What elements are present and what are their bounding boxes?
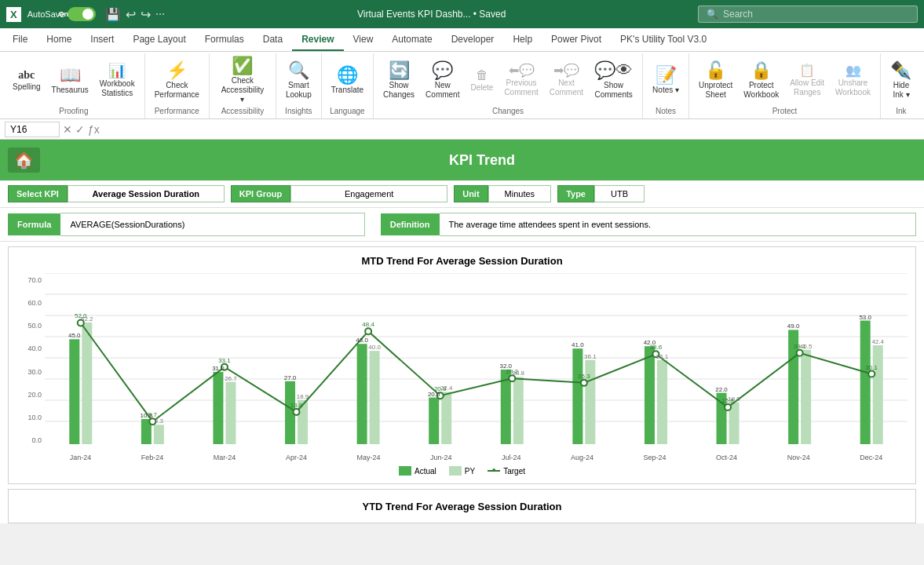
unit-value[interactable]: Minutes <box>488 185 552 202</box>
x-label-jul: Jul-24 <box>502 454 521 461</box>
type-value[interactable]: UTB <box>594 185 645 202</box>
legend-actual-swatch <box>399 466 411 476</box>
unprotect-sheet-button[interactable]: 🔓 UnprotectSheet <box>694 60 737 102</box>
ytd-section: YTD Trend For Average Session Duration <box>8 489 916 523</box>
formula-cancel-icon[interactable]: ✕ <box>63 123 72 136</box>
mtd-chart-section: MTD Trend For Average Session Duration 7… <box>8 246 916 484</box>
autosave-toggle[interactable]: On <box>68 7 96 21</box>
tab-view[interactable]: View <box>344 28 383 51</box>
workbook-statistics-button[interactable]: 📊 WorkbookStatistics <box>95 61 140 100</box>
legend-target-line <box>488 470 500 472</box>
titlebar-right: 🔍 <box>698 5 918 23</box>
tab-pk-utility[interactable]: PK's Utility Tool V3.0 <box>611 28 716 51</box>
ribbon-tabs: File Home Insert Page Layout Formulas Da… <box>0 28 924 52</box>
name-box[interactable] <box>5 122 60 137</box>
svg-point-40 <box>652 351 659 357</box>
ribbon-group-language: 🌐 Translate Language <box>322 53 374 118</box>
y-label-60: 60.0 <box>27 299 42 307</box>
unshare-workbook-button[interactable]: 👥 UnshareWorkbook <box>831 62 875 100</box>
formula-insert-icon[interactable]: ƒx <box>88 123 100 136</box>
protect-group-label: Protect <box>772 107 798 117</box>
unit-label: Unit <box>454 185 488 202</box>
changes-group-label: Changes <box>492 107 524 117</box>
x-label-aug: Aug-24 <box>571 454 593 461</box>
svg-point-36 <box>365 328 371 334</box>
allow-edit-ranges-button[interactable]: 📋 Allow EditRanges <box>785 62 829 100</box>
formula-icons: ✕ ✓ ƒx <box>63 123 100 136</box>
x-label-apr: Apr-24 <box>286 454 307 461</box>
kpi-group-value[interactable]: Engagement <box>290 185 447 202</box>
tab-page-layout[interactable]: Page Layout <box>123 28 195 51</box>
protect-workbook-button[interactable]: 🔒 ProtectWorkbook <box>739 60 783 102</box>
tab-developer[interactable]: Developer <box>442 28 504 51</box>
tab-file[interactable]: File <box>3 28 37 51</box>
show-comments-button[interactable]: 💬👁 ShowComments <box>590 60 637 102</box>
quick-access-toolbar: 💾 ↩ ↪ ⋯ <box>105 7 165 22</box>
previous-comment-button[interactable]: ⬅💬 PreviousComment <box>499 62 542 100</box>
ribbon-group-insights: 🔍 SmartLookup Insights <box>276 53 322 118</box>
notes-button[interactable]: 📝 Notes ▾ <box>648 64 684 97</box>
y-label-40: 40.0 <box>27 344 42 352</box>
formula-input[interactable] <box>103 122 919 137</box>
tab-help[interactable]: Help <box>503 28 542 51</box>
hide-ink-button[interactable]: ✒️ HideInk ▾ <box>886 60 917 102</box>
notes-group-label: Notes <box>656 107 676 117</box>
type-group: Type UTB <box>557 185 645 202</box>
title-bar: X AutoSave On 💾 ↩ ↪ ⋯ Virtual Events KPI… <box>0 0 924 28</box>
formula-bar: ✕ ✓ ƒx <box>0 119 924 140</box>
undo-icon[interactable]: ↩ <box>126 7 136 22</box>
new-comment-button[interactable]: 💬 NewComment <box>421 60 464 102</box>
x-label-jan: Jan-24 <box>70 454 92 461</box>
search-input[interactable] <box>723 9 909 20</box>
ribbon: abc Spelling 📖 Thesaurus 📊 WorkbookStati… <box>0 52 924 119</box>
svg-point-43 <box>868 371 875 377</box>
svg-point-37 <box>437 392 444 399</box>
tab-data[interactable]: Data <box>254 28 292 51</box>
formula-label: Formula <box>8 213 60 235</box>
search-box[interactable]: 🔍 <box>698 5 918 23</box>
x-label-nov: Nov-24 <box>787 454 810 461</box>
redo-icon[interactable]: ↪ <box>141 7 151 22</box>
next-comment-button[interactable]: ➡💬 NextComment <box>545 62 588 100</box>
insights-group-label: Insights <box>285 107 312 117</box>
formula-confirm-icon[interactable]: ✓ <box>75 123 85 136</box>
x-label-jun: Jun-24 <box>430 454 452 461</box>
legend-py-label: PY <box>465 467 475 476</box>
home-icon[interactable]: 🏠 <box>8 148 40 173</box>
save-icon[interactable]: 💾 <box>105 7 121 22</box>
smart-lookup-button[interactable]: 🔍 SmartLookup <box>281 60 316 102</box>
check-performance-button[interactable]: ⚡ CheckPerformance <box>150 60 204 102</box>
x-label-may: May-24 <box>356 454 380 461</box>
y-label-10: 10.0 <box>27 414 42 421</box>
y-label-30: 30.0 <box>27 368 42 376</box>
ytd-title: YTD Trend For Average Session Duration <box>362 501 561 512</box>
kpi-group-group: KPI Group Engagement <box>231 185 447 202</box>
spelling-button[interactable]: abc Spelling <box>8 67 46 94</box>
x-label-mar: Mar-24 <box>214 454 236 461</box>
svg-point-41 <box>725 404 731 410</box>
tab-power-pivot[interactable]: Power Pivot <box>542 28 611 51</box>
ribbon-group-performance: ⚡ CheckPerformance Performance <box>145 53 210 118</box>
y-label-70: 70.0 <box>27 276 42 284</box>
show-changes-button[interactable]: 🔄 ShowChanges <box>378 60 419 102</box>
translate-button[interactable]: 🌐 Translate <box>327 64 368 97</box>
delete-comment-button[interactable]: 🗑 Delete <box>466 67 498 95</box>
accessibility-group-label: Accessibility <box>221 107 264 117</box>
select-kpi-value[interactable]: Average Session Duration <box>68 185 225 202</box>
x-label-feb: Feb-24 <box>141 454 164 461</box>
tab-formulas[interactable]: Formulas <box>195 28 254 51</box>
x-labels: Jan-24 Feb-24 Mar-24 Apr-24 May-24 Jun-2… <box>45 454 908 461</box>
x-label-oct: Oct-24 <box>716 454 737 461</box>
tab-review[interactable]: Review <box>292 28 343 51</box>
tab-automate[interactable]: Automate <box>382 28 441 51</box>
proofing-group-label: Proofing <box>59 107 88 117</box>
more-icon[interactable]: ⋯ <box>155 9 165 20</box>
kpi-group-label: KPI Group <box>231 185 290 202</box>
svg-point-35 <box>294 409 300 415</box>
tab-insert[interactable]: Insert <box>81 28 123 51</box>
tab-home[interactable]: Home <box>37 28 81 51</box>
y-label-50: 50.0 <box>27 322 42 330</box>
type-label: Type <box>557 185 594 202</box>
check-accessibility-button[interactable]: ✅ CheckAccessibility ▾ <box>214 55 271 107</box>
thesaurus-button[interactable]: 📖 Thesaurus <box>47 64 93 97</box>
